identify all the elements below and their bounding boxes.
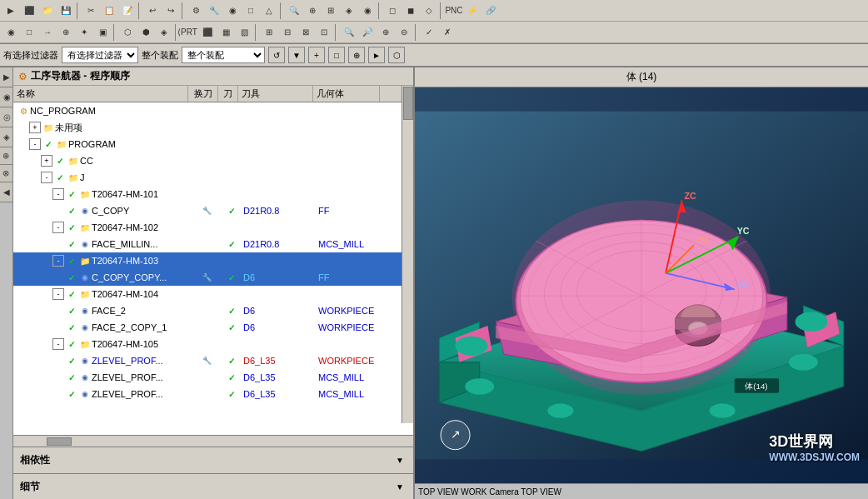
- toolbar-btn-r2-21[interactable]: ⊖: [395, 23, 413, 42]
- scroll-thumb[interactable]: [403, 87, 413, 120]
- toolbar-btn-r2-23[interactable]: ✗: [438, 23, 456, 42]
- toolbar-btn-23[interactable]: PNC: [445, 2, 463, 20]
- filter-apply-btn[interactable]: ►: [368, 47, 385, 63]
- tree-item-face-millin[interactable]: ✓ ◉ FACE_MILLIN... ✓ D21R0.8 MCS_MILL: [13, 236, 413, 252]
- side-tab-3[interactable]: ◎: [0, 107, 12, 127]
- tree-item-t103[interactable]: - ✓ 📁 T20647-HM-103: [13, 252, 413, 269]
- expand-t105[interactable]: -: [52, 338, 64, 350]
- tree-item-face2[interactable]: ✓ ◉ FACE_2 ✓ D6 WORKPIECE: [13, 302, 413, 319]
- tree-item-j[interactable]: - ✓ 📁 J: [13, 169, 413, 186]
- toolbar-btn-r2-7[interactable]: ⬡: [118, 23, 137, 42]
- toolbar-btn-r2-22[interactable]: ✓: [420, 23, 438, 42]
- toolbar-btn-6[interactable]: 📋: [100, 2, 118, 20]
- toolbar-btn-r2-5[interactable]: ✦: [75, 23, 93, 42]
- toolbar-btn-r2-11[interactable]: ⬛: [198, 23, 217, 42]
- expand-cc[interactable]: +: [41, 155, 52, 167]
- filter-extra-btn[interactable]: ⊕: [348, 47, 365, 63]
- expand-t104[interactable]: -: [52, 288, 64, 300]
- h-scroll-thumb[interactable]: [47, 437, 72, 446]
- expand-program[interactable]: -: [29, 138, 41, 150]
- filter-refresh-btn[interactable]: ↺: [268, 47, 285, 63]
- toolbar-btn-2[interactable]: ⬛: [20, 2, 38, 20]
- toolbar-btn-7[interactable]: 📝: [118, 2, 137, 20]
- toolbar-btn-r2-12[interactable]: ▦: [217, 23, 235, 42]
- tree-item-face2-copy1[interactable]: ✓ ◉ FACE_2_COPY_1 ✓ D6 WORKPIECE: [13, 319, 413, 336]
- filter-options-btn[interactable]: ▼: [288, 47, 305, 63]
- toolbar-btn-r2-4[interactable]: ⊕: [57, 23, 75, 42]
- toolbar-btn-4[interactable]: 💾: [57, 2, 75, 20]
- toolbar-btn-8[interactable]: ↩: [143, 2, 162, 20]
- toolbar-btn-12[interactable]: ◉: [223, 2, 242, 20]
- toolbar-btn-9[interactable]: ↪: [162, 2, 180, 20]
- side-tab-2[interactable]: ◉: [0, 87, 12, 107]
- h-scrollbar[interactable]: [13, 435, 413, 447]
- toolbar-btn-r2-13[interactable]: ▧: [235, 23, 253, 42]
- tree-item-cc[interactable]: + ✓ 📁 CC: [13, 152, 413, 169]
- assembly-select[interactable]: 整个装配: [182, 47, 265, 63]
- tree-item-nc-program[interactable]: ⚙ NC_PROGRAM: [13, 102, 413, 119]
- toolbar-btn-17[interactable]: ⊞: [322, 2, 340, 20]
- tree-item-zlevel3[interactable]: ✓ ◉ ZLEVEL_PROF... ✓ D6_L35 MCS_MILL: [13, 386, 413, 402]
- toolbar-btn-13[interactable]: □: [242, 2, 260, 20]
- toolbar-btn-24[interactable]: ⚡: [463, 2, 481, 20]
- tree-item-t104[interactable]: - ✓ 📁 T20647-HM-104: [13, 286, 413, 302]
- toolbar-btn-10[interactable]: ⚙: [187, 2, 205, 20]
- toolbar-btn-r2-20[interactable]: ⊕: [377, 23, 395, 42]
- toolbar-btn-16[interactable]: ⊕: [303, 2, 322, 20]
- toolbar-btn-3[interactable]: 📁: [38, 2, 57, 20]
- filter-type-select[interactable]: 有选择过滤器: [62, 47, 138, 63]
- toolbar-btn-25[interactable]: 🔗: [481, 2, 500, 20]
- toolbar-btn-22[interactable]: ◇: [420, 2, 438, 20]
- toolbar-btn-r2-2[interactable]: □: [20, 23, 38, 42]
- toolbar-btn-5[interactable]: ✂: [82, 2, 100, 20]
- tree-item-t101[interactable]: - ✓ 📁 T20647-HM-101: [13, 186, 413, 202]
- expand-j[interactable]: -: [41, 172, 52, 183]
- toolbar-btn-r2-17[interactable]: ⊡: [315, 23, 333, 42]
- tree-scrollbar[interactable]: [402, 86, 413, 423]
- filter-3d-btn[interactable]: ⬡: [388, 47, 405, 63]
- dependency-expand[interactable]: ▼: [393, 454, 407, 467]
- toolbar-btn-19[interactable]: ◉: [358, 2, 377, 20]
- tree-body[interactable]: ⚙ NC_PROGRAM + 📁 未用项 -: [13, 102, 413, 435]
- toolbar-btn-r2-1[interactable]: ◉: [2, 23, 20, 42]
- side-tab-5[interactable]: ⊕: [0, 147, 12, 165]
- op-icon-c-copy-copy: ◉: [78, 271, 92, 284]
- side-tab-4[interactable]: ◈: [0, 127, 12, 147]
- filter-box-btn[interactable]: □: [328, 47, 345, 63]
- toolbar-btn-r2-19[interactable]: 🔎: [358, 23, 377, 42]
- toolbar-btn-1[interactable]: ▶: [2, 2, 20, 20]
- toolbar-btn-15[interactable]: 🔍: [285, 2, 303, 20]
- toolbar-btn-r2-10[interactable]: ⟨PRT⟩: [180, 23, 198, 42]
- toolbar-btn-20[interactable]: ◻: [383, 2, 402, 20]
- tree-item-zlevel1[interactable]: ✓ ◉ ZLEVEL_PROF... 🔧 ✓ D6_L35 WORKPIECE: [13, 352, 413, 369]
- viewport-3d[interactable]: YC ZC XC 7M 体(14) ↗ 3D世界网 WWW.3DSJW.COM: [415, 87, 868, 483]
- detail-expand[interactable]: ▼: [393, 481, 407, 494]
- toolbar-btn-r2-9[interactable]: ◈: [155, 23, 173, 42]
- toolbar-btn-r2-14[interactable]: ⊞: [260, 23, 278, 42]
- tree-item-zlevel2[interactable]: ✓ ◉ ZLEVEL_PROF... ✓ D6_L35 MCS_MILL: [13, 369, 413, 386]
- tree-item-c-copy-copy[interactable]: ✓ ◉ C_COPY_COPY... 🔧 ✓ D6 FF: [13, 269, 413, 286]
- tree-item-c-copy[interactable]: ✓ ◉ C_COPY 🔧 ✓ D21R0.8 FF: [13, 202, 413, 219]
- tree-item-t105[interactable]: - ✓ 📁 T20647-HM-105: [13, 336, 413, 352]
- toolbar-btn-11[interactable]: 🔧: [205, 2, 223, 20]
- expand-unused[interactable]: +: [29, 122, 41, 133]
- toolbar-btn-r2-16[interactable]: ⊠: [297, 23, 315, 42]
- toolbar-btn-r2-15[interactable]: ⊟: [278, 23, 297, 42]
- tree-item-unused[interactable]: + 📁 未用项: [13, 119, 413, 136]
- toolbar-btn-r2-18[interactable]: 🔍: [340, 23, 358, 42]
- expand-t103[interactable]: -: [52, 255, 64, 267]
- side-tab-7[interactable]: ◀: [0, 182, 12, 202]
- toolbar-btn-r2-6[interactable]: ▣: [93, 23, 112, 42]
- toolbar-btn-14[interactable]: △: [260, 2, 278, 20]
- toolbar-btn-r2-8[interactable]: ⬢: [137, 23, 155, 42]
- expand-t102[interactable]: -: [52, 222, 64, 233]
- toolbar-btn-r2-3[interactable]: →: [38, 23, 57, 42]
- side-tab-1[interactable]: ▶: [0, 67, 12, 87]
- expand-t101[interactable]: -: [52, 188, 64, 200]
- toolbar-btn-21[interactable]: ◼: [402, 2, 420, 20]
- side-tab-6[interactable]: ⊗: [0, 165, 12, 182]
- toolbar-btn-18[interactable]: ◈: [340, 2, 358, 20]
- tree-item-t102[interactable]: - ✓ 📁 T20647-HM-102: [13, 219, 413, 236]
- filter-add-btn[interactable]: +: [308, 47, 325, 63]
- tree-item-program[interactable]: - ✓ 📁 PROGRAM: [13, 136, 413, 152]
